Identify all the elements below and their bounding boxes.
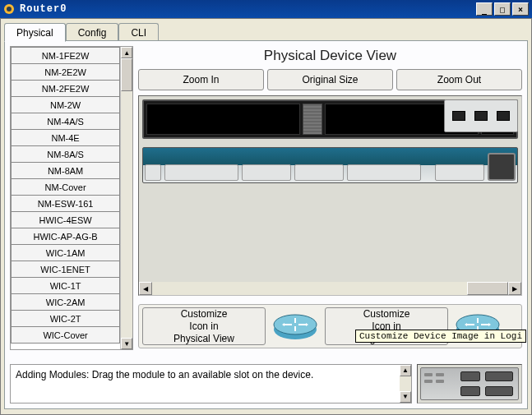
module-list-container: NM-1FE2W NM-2E2W NM-2FE2W NM-2W NM-4A/S … <box>10 46 133 350</box>
scroll-up-icon[interactable]: ▲ <box>121 47 132 58</box>
wic-slot[interactable] <box>347 164 421 181</box>
serial-port-icon <box>460 371 480 381</box>
module-item[interactable]: NM-ESW-161 <box>11 195 120 212</box>
chassis-ear <box>303 104 322 135</box>
tooltip: Customize Device Image in Logi <box>355 330 526 343</box>
scroll-track[interactable] <box>152 282 508 295</box>
customize-row: Customize Icon in Physical View Customiz… <box>138 304 522 348</box>
description-scrollbar[interactable]: ▲ ▼ <box>400 365 411 403</box>
module-item[interactable]: WIC-1ENET <box>11 261 120 278</box>
compact-flash-slot[interactable] <box>164 164 238 181</box>
module-item[interactable]: WIC-2T <box>11 310 120 327</box>
module-thumbnail[interactable] <box>420 367 519 400</box>
module-list: NM-1FE2W NM-2E2W NM-2FE2W NM-2W NM-4A/S … <box>11 47 121 349</box>
router-icon <box>272 310 318 343</box>
module-item[interactable]: NM-8AM <box>11 162 120 179</box>
scroll-right-icon[interactable]: ▶ <box>508 282 521 295</box>
led-icon <box>424 373 433 376</box>
ethernet-ports[interactable] <box>294 164 344 181</box>
tab-config[interactable]: Config <box>66 23 119 41</box>
zoom-controls: Zoom In Original Size Zoom Out <box>138 69 522 90</box>
minimize-button[interactable]: _ <box>476 2 493 16</box>
port-icon[interactable] <box>452 111 465 121</box>
scroll-thumb[interactable] <box>121 58 132 91</box>
module-item[interactable]: NM-2E2W <box>11 63 120 81</box>
device-viewport[interactable]: ◀ ▶ <box>138 95 522 296</box>
module-description: Adding Modules: Drag the module to an av… <box>10 364 412 403</box>
power-led <box>145 164 161 181</box>
chassis-slot-row-top[interactable] <box>142 99 518 139</box>
port-icon[interactable] <box>497 111 510 121</box>
physical-view-area: Physical Device View Zoom In Original Si… <box>138 46 522 378</box>
customize-physical-button[interactable]: Customize Icon in Physical View <box>142 307 266 345</box>
module-item[interactable]: WIC-1AM <box>11 244 120 261</box>
serial-port-icon <box>460 386 480 396</box>
module-item[interactable]: WIC-1T <box>11 277 120 294</box>
power-switch[interactable] <box>488 153 516 181</box>
svg-point-1 <box>7 7 12 12</box>
module-item[interactable]: HWIC-4ESW <box>11 211 120 228</box>
scroll-down-icon[interactable]: ▼ <box>121 338 132 349</box>
scroll-track[interactable] <box>400 376 411 391</box>
scroll-up-icon[interactable]: ▲ <box>400 365 411 376</box>
module-item[interactable]: NM-2FE2W <box>11 80 120 97</box>
chassis-slot-row-bottom[interactable] <box>142 147 518 183</box>
port-icon[interactable] <box>474 111 488 121</box>
zoom-in-button[interactable]: Zoom In <box>138 69 264 90</box>
module-item[interactable]: NM-4A/S <box>11 113 120 130</box>
app-frame: Physical Config CLI NM-1FE2W NM-2E2W NM-… <box>0 18 532 415</box>
module-item[interactable]: NM-Cover <box>11 178 120 196</box>
physical-view-title: Physical Device View <box>138 46 522 69</box>
close-button[interactable]: × <box>512 2 529 16</box>
console-aux-ports[interactable] <box>242 164 291 181</box>
module-item[interactable]: WIC-Cover <box>11 326 120 344</box>
module-item[interactable]: NM-1FE2W <box>11 47 120 64</box>
scroll-thumb[interactable] <box>467 282 508 295</box>
module-item[interactable]: HWIC-AP-AG-B <box>11 228 120 245</box>
led-icon <box>424 380 433 383</box>
titlebar: Router0 _ □ × <box>0 0 532 18</box>
serial-port-icon <box>485 386 513 396</box>
module-item[interactable]: NM-4E <box>11 129 120 146</box>
description-text: Adding Modules: Drag the module to an av… <box>16 369 313 380</box>
physical-panel: NM-1FE2W NM-2E2W NM-2FE2W NM-2W NM-4A/S … <box>4 40 528 409</box>
tab-bar: Physical Config CLI <box>1 19 531 40</box>
serial-port-icon <box>485 371 513 381</box>
led-icon <box>436 380 444 383</box>
module-item[interactable]: NM-8A/S <box>11 145 120 163</box>
tab-physical[interactable]: Physical <box>4 23 66 42</box>
installed-module[interactable] <box>444 99 518 132</box>
led-icon <box>436 373 444 376</box>
module-item[interactable]: NM-2W <box>11 96 120 113</box>
module-scrollbar[interactable]: ▲ ▼ <box>121 47 132 349</box>
device-hscroll[interactable]: ◀ ▶ <box>139 282 521 295</box>
app-icon <box>3 3 15 15</box>
module-preview[interactable] <box>417 364 522 403</box>
scroll-left-icon[interactable]: ◀ <box>139 282 152 295</box>
tab-cli[interactable]: CLI <box>118 23 159 41</box>
original-size-button[interactable]: Original Size <box>267 69 393 90</box>
empty-slot[interactable] <box>146 104 300 135</box>
scroll-track[interactable] <box>121 91 132 338</box>
maximize-button[interactable]: □ <box>494 2 511 16</box>
module-item[interactable]: WIC-2AM <box>11 293 120 311</box>
zoom-out-button[interactable]: Zoom Out <box>396 69 522 90</box>
power-input <box>435 164 484 181</box>
scroll-down-icon[interactable]: ▼ <box>400 391 411 403</box>
window-title: Router0 <box>20 3 476 15</box>
